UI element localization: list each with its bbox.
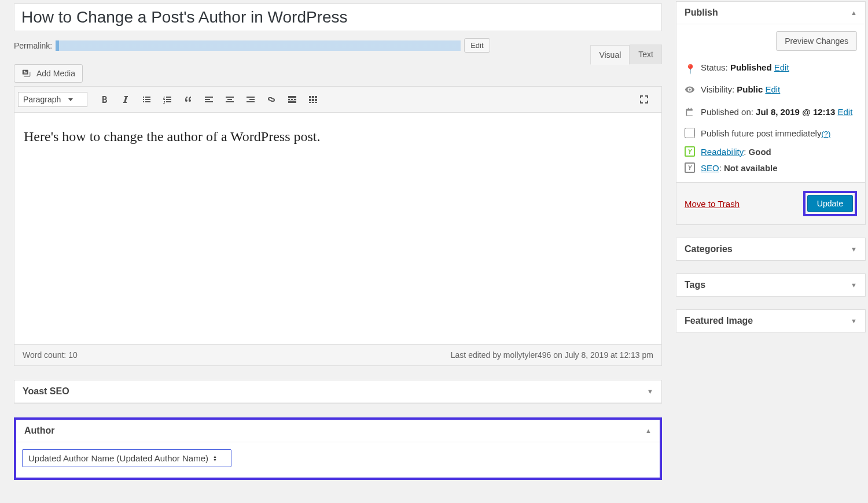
word-count: Word count: 10 (23, 350, 78, 360)
italic-button[interactable] (115, 90, 136, 109)
categories-box-header[interactable]: Categories ▼ (676, 238, 865, 260)
permalink-url (56, 40, 461, 51)
pin-icon: 📍 (685, 62, 695, 76)
bullet-list-button[interactable] (136, 90, 157, 109)
post-title-input[interactable] (14, 3, 662, 31)
align-left-button[interactable] (198, 90, 219, 109)
publish-future-label: Publish future post immediately (701, 128, 821, 138)
published-value: Jul 8, 2019 @ 12:13 (756, 107, 835, 117)
publish-box-header[interactable]: Publish ▲ (676, 2, 865, 24)
add-media-button[interactable]: Add Media (14, 64, 83, 83)
author-select-value: Updated Author Name (Updated Author Name… (28, 453, 208, 463)
calendar-icon (685, 107, 695, 121)
last-edited: Last edited by mollytyler496 on July 8, … (451, 350, 653, 360)
chevron-down-icon: ▼ (647, 388, 653, 395)
toolbar-toggle-button[interactable] (303, 90, 323, 109)
tags-title: Tags (685, 280, 705, 290)
visibility-value: Public (737, 84, 763, 94)
seo-link[interactable]: SEO (701, 163, 719, 173)
update-button[interactable]: Update (807, 195, 853, 212)
bold-button[interactable] (94, 90, 115, 109)
edit-status-link[interactable]: Edit (774, 62, 789, 72)
chevron-up-icon: ▲ (645, 427, 652, 434)
fullscreen-button[interactable] (634, 90, 654, 109)
chevron-down-icon: ▼ (851, 246, 857, 253)
yoast-seo-box-header[interactable]: Yoast SEO ▼ (14, 380, 661, 403)
seo-value: Not available (724, 163, 778, 173)
visibility-label: Visibility: (701, 84, 734, 94)
readability-link[interactable]: Readability (701, 147, 744, 157)
preview-changes-button[interactable]: Preview Changes (776, 31, 857, 51)
format-dropdown-label: Paragraph (23, 95, 61, 104)
select-arrows-icon: ▲▼ (213, 455, 217, 462)
blockquote-button[interactable] (178, 90, 198, 109)
link-button[interactable] (261, 90, 282, 109)
permalink-label: Permalink: (14, 41, 52, 50)
author-select[interactable]: Updated Author Name (Updated Author Name… (22, 449, 231, 467)
add-media-label: Add Media (36, 69, 75, 78)
help-link[interactable]: (?) (821, 130, 830, 138)
yoast-seo-title: Yoast SEO (23, 386, 69, 397)
chevron-down-icon: ▼ (851, 282, 857, 289)
numbered-list-button[interactable] (157, 90, 178, 109)
categories-title: Categories (685, 244, 733, 254)
edit-date-link[interactable]: Edit (837, 107, 852, 117)
chevron-down-icon (68, 98, 73, 101)
status-label: Status: (701, 62, 728, 72)
media-icon (21, 68, 32, 79)
eye-icon (685, 84, 695, 99)
publish-title: Publish (685, 8, 718, 18)
status-value: Published (730, 62, 772, 72)
read-more-button[interactable] (282, 90, 303, 109)
published-label: Published on: (701, 107, 753, 117)
featured-title: Featured Image (685, 316, 753, 326)
tab-visual[interactable]: Visual (590, 45, 630, 65)
chevron-up-icon: ▲ (851, 9, 857, 16)
author-box-title: Author (24, 426, 54, 436)
edit-permalink-button[interactable]: Edit (464, 38, 490, 53)
featured-image-box-header[interactable]: Featured Image ▼ (676, 310, 865, 332)
author-box-header[interactable]: Author ▲ (16, 420, 660, 442)
align-right-button[interactable] (240, 90, 261, 109)
readability-value: Good (749, 147, 771, 157)
align-center-button[interactable] (219, 90, 240, 109)
format-dropdown[interactable]: Paragraph (18, 92, 87, 107)
publish-future-checkbox[interactable] (685, 128, 695, 138)
move-to-trash-link[interactable]: Move to Trash (685, 199, 740, 209)
tab-text[interactable]: Text (630, 45, 662, 64)
tags-box-header[interactable]: Tags ▼ (676, 274, 865, 296)
chevron-down-icon: ▼ (851, 317, 857, 324)
editor-content[interactable]: Here's how to change the author of a Wor… (14, 113, 661, 344)
yoast-icon: Y (685, 146, 695, 157)
yoast-icon: Y (685, 162, 695, 173)
edit-visibility-link[interactable]: Edit (765, 84, 780, 94)
